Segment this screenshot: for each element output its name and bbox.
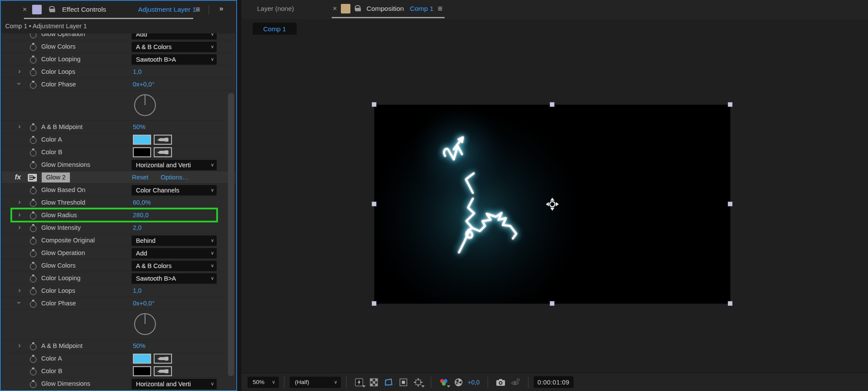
row-glow-operation[interactable]: Glow OperationAdd∨	[2, 247, 235, 259]
twirl-closed-icon[interactable]: ›	[18, 211, 21, 218]
close-icon[interactable]: ×	[23, 5, 27, 14]
stopwatch-icon[interactable]	[30, 81, 36, 88]
row-composite-original[interactable]: Composite OriginalBehind∨	[2, 234, 235, 247]
stopwatch-icon[interactable]	[30, 262, 36, 269]
selection-handle[interactable]	[372, 102, 376, 107]
stopwatch-icon[interactable]	[30, 249, 36, 257]
viewer-tab-comp-1[interactable]: Comp 1	[253, 23, 297, 35]
stopwatch-icon[interactable]	[30, 224, 36, 232]
value-number[interactable]: 60,0%	[133, 199, 151, 206]
panel-title[interactable]: Effect Controls	[62, 6, 106, 13]
tab-overflow-icon[interactable]: »	[219, 4, 223, 13]
twirl-closed-icon[interactable]: ›	[18, 67, 21, 75]
color-swatch[interactable]	[133, 366, 151, 376]
magnification-dropdown[interactable]: 50% ∨	[248, 377, 279, 388]
channels-rgb-icon[interactable]	[438, 377, 449, 388]
stopwatch-icon[interactable]	[30, 212, 36, 219]
twirl-closed-icon[interactable]: ›	[18, 341, 21, 349]
resolution-dropdown[interactable]: (Half) ∨	[290, 377, 341, 388]
stopwatch-icon[interactable]	[30, 149, 36, 156]
layer-color-swatch[interactable]	[32, 5, 42, 14]
tab-layer[interactable]: Layer (none)	[257, 5, 294, 12]
row-color-b[interactable]: Color B	[2, 146, 235, 159]
transparency-grid-icon[interactable]	[368, 377, 380, 388]
row-glow-dimensions[interactable]: Glow DimensionsHorizontal and Verti∨	[2, 159, 235, 171]
row-color-phase[interactable]: ›Color Phase0x+0,0°	[2, 78, 235, 91]
row-color-looping[interactable]: Color LoopingSawtooth B>A∨	[2, 53, 235, 66]
selection-handle[interactable]	[728, 202, 733, 206]
panel-menu-icon[interactable]: ≡	[438, 4, 442, 13]
value-dropdown[interactable]: Sawtooth B>A∨	[132, 54, 217, 65]
twirl-closed-icon[interactable]: ›	[18, 286, 21, 294]
panel-title-target[interactable]: Comp 1	[410, 5, 433, 13]
effect-name[interactable]: Glow 2	[42, 172, 70, 182]
row-glow-radius[interactable]: ›Glow Radius280,0	[2, 209, 235, 222]
unlock-icon[interactable]	[355, 5, 361, 11]
color-swatch[interactable]	[133, 354, 151, 364]
eyedropper-button[interactable]	[154, 354, 172, 364]
row-color-a[interactable]: Color A	[2, 352, 235, 365]
row-a-b-midpoint[interactable]: ›A & B Midpoint50%	[2, 121, 235, 133]
eyedropper-button[interactable]	[154, 135, 172, 145]
stopwatch-icon[interactable]	[30, 33, 36, 38]
twirl-open-icon[interactable]: ›	[16, 83, 23, 85]
stopwatch-icon[interactable]	[30, 275, 36, 282]
row-glow-colors[interactable]: Glow ColorsA & B Colors∨	[2, 259, 235, 272]
value-dropdown[interactable]: Add∨	[132, 33, 217, 40]
value-dropdown[interactable]: Add∨	[132, 248, 217, 258]
selection-handle[interactable]	[728, 301, 733, 306]
row-glow-threshold[interactable]: ›Glow Threshold60,0%	[2, 196, 235, 209]
panel-menu-icon[interactable]: ≡	[195, 5, 200, 14]
eyedropper-button[interactable]	[154, 147, 172, 157]
value-dropdown[interactable]: A & B Colors∨	[132, 42, 217, 52]
fast-previews-icon[interactable]	[353, 377, 365, 388]
panel-title-target[interactable]: Adjustment Layer 1	[138, 6, 196, 13]
stopwatch-icon[interactable]	[30, 43, 36, 50]
stopwatch-icon[interactable]	[30, 287, 36, 295]
grid-guides-icon[interactable]	[413, 377, 424, 388]
mask-visibility-icon[interactable]	[383, 377, 394, 388]
value-number[interactable]: 50%	[133, 342, 145, 349]
value-dropdown[interactable]: Sawtooth B>A∨	[132, 273, 217, 284]
twirl-closed-icon[interactable]: ›	[18, 198, 21, 205]
snapshot-camera-icon[interactable]	[495, 377, 506, 388]
panel-title[interactable]: Composition	[366, 5, 404, 13]
value-dropdown[interactable]: Behind∨	[132, 235, 217, 246]
value-number[interactable]: 1,0	[133, 68, 142, 75]
phase-dial[interactable]	[134, 94, 156, 116]
comp-color-swatch[interactable]	[341, 4, 350, 13]
value-number[interactable]: 50%	[133, 123, 145, 130]
stopwatch-icon[interactable]	[30, 186, 36, 194]
value-dropdown[interactable]: Color Channels∨	[132, 185, 217, 196]
row-color-looping[interactable]: Color LoopingSawtooth B>A∨	[2, 272, 235, 285]
value-number[interactable]: 0x+0,0°	[133, 81, 155, 88]
selection-handle[interactable]	[550, 301, 554, 306]
current-time-display[interactable]: 0:00:01:09	[534, 376, 574, 388]
unlock-icon[interactable]	[50, 6, 55, 12]
vertical-scrollbar[interactable]	[228, 93, 234, 376]
row-color-b[interactable]: Color B	[2, 365, 235, 378]
value-dropdown[interactable]: A & B Colors∨	[132, 261, 217, 271]
options-link[interactable]: Options…	[161, 174, 188, 181]
selection-handle[interactable]	[372, 301, 376, 306]
selection-handle[interactable]	[550, 102, 554, 107]
value-number[interactable]: 1,0	[133, 287, 142, 294]
stopwatch-icon[interactable]	[30, 380, 36, 388]
stopwatch-icon[interactable]	[30, 56, 36, 63]
twirl-closed-icon[interactable]: ›	[18, 123, 21, 130]
row-glow-colors[interactable]: Glow ColorsA & B Colors∨	[2, 40, 235, 53]
color-swatch[interactable]	[133, 135, 151, 145]
selection-handle[interactable]	[372, 202, 376, 206]
stopwatch-icon[interactable]	[30, 237, 36, 244]
value-number[interactable]: 0x+0,0°	[133, 300, 155, 307]
close-icon[interactable]: ×	[333, 4, 337, 13]
row-glow-dimensions[interactable]: Glow DimensionsHorizontal and Verti∨	[2, 378, 235, 389]
composition-frame[interactable]	[374, 105, 730, 304]
stopwatch-icon[interactable]	[30, 355, 36, 362]
stopwatch-icon[interactable]	[30, 368, 36, 375]
exposure-icon[interactable]	[453, 377, 464, 388]
row-glow-intensity[interactable]: ›Glow Intensity2,0	[2, 222, 235, 234]
stopwatch-icon[interactable]	[30, 161, 36, 169]
twirl-closed-icon[interactable]: ›	[18, 223, 21, 231]
stopwatch-icon[interactable]	[30, 342, 36, 350]
